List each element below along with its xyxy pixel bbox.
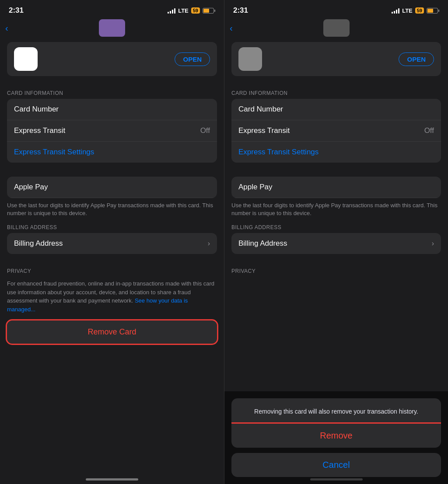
app-card-left: OPEN: [7, 42, 217, 76]
battery-icon-left: [203, 8, 215, 14]
modal-message-right: Removing this card will also remove your…: [231, 398, 441, 424]
card-info-section-label-right: CARD INFORMATION: [224, 83, 448, 99]
battery-badge-left: 59: [191, 7, 200, 14]
apple-pay-group-left: Apple Pay: [7, 177, 217, 198]
apple-pay-label-right: Apple Pay: [238, 183, 273, 191]
express-transit-value-right: Off: [424, 126, 434, 135]
billing-section-label-left: BILLING ADDRESS: [0, 217, 224, 233]
battery-badge-right: 59: [415, 7, 424, 14]
right-screen: 2:31 LTE 59 ‹ OPEN CARD I: [224, 0, 448, 484]
home-indicator-left: [86, 478, 138, 481]
card-number-label-right: Card Number: [238, 105, 283, 114]
back-button-right[interactable]: ‹: [230, 23, 233, 33]
express-transit-value-left: Off: [200, 126, 210, 135]
app-icon-left: [14, 47, 38, 71]
billing-chevron-right: ›: [432, 240, 434, 247]
billing-section-label-right: BILLING ADDRESS: [224, 217, 448, 233]
status-bar-right: 2:31 LTE 59: [224, 0, 448, 19]
billing-row-left[interactable]: Billing Address ›: [7, 233, 217, 254]
billing-row-right[interactable]: Billing Address ›: [231, 233, 441, 254]
express-transit-settings-label-left: Express Transit Settings: [14, 148, 94, 157]
apple-pay-row-right: Apple Pay: [231, 177, 441, 198]
modal-remove-label-right: Remove: [320, 431, 352, 440]
back-button-left[interactable]: ‹: [5, 23, 8, 33]
apple-pay-desc-left: Use the last four digits to identify App…: [0, 202, 224, 217]
express-transit-settings-row-right[interactable]: Express Transit Settings: [231, 142, 441, 163]
time-left: 2:31: [9, 6, 24, 15]
privacy-section-label-right: PRIVACY: [224, 261, 448, 277]
status-right-right: LTE 59: [392, 7, 439, 14]
app-icon-right: [238, 47, 262, 71]
modal-cancel-label-right: Cancel: [322, 460, 350, 470]
card-info-group-left: Card Number Express Transit Off Express …: [7, 99, 217, 163]
express-transit-label-right: Express Transit: [238, 126, 290, 135]
apple-pay-row-left: Apple Pay: [7, 177, 217, 198]
open-button-right[interactable]: OPEN: [399, 52, 434, 66]
modal-overlay-right: Removing this card will also remove your…: [224, 391, 448, 484]
billing-chevron-left: ›: [208, 240, 210, 247]
app-logo-right: [323, 19, 350, 37]
signal-icon-left: [168, 7, 175, 14]
modal-card-right: Removing this card will also remove your…: [231, 398, 441, 448]
billing-label-left: Billing Address: [14, 239, 63, 248]
battery-icon-right: [427, 8, 439, 14]
card-number-row-left[interactable]: Card Number: [7, 99, 217, 120]
card-number-row-right[interactable]: Card Number: [231, 99, 441, 120]
card-number-label-left: Card Number: [14, 105, 59, 114]
nav-bar-right: ‹: [224, 19, 448, 38]
remove-card-button-left[interactable]: Remove Card: [7, 320, 217, 344]
privacy-text-left: For enhanced fraud prevention, online an…: [0, 277, 224, 320]
modal-remove-button-right[interactable]: Remove: [231, 424, 441, 448]
express-transit-settings-row-left[interactable]: Express Transit Settings: [7, 142, 217, 163]
app-card-right: OPEN: [231, 42, 441, 76]
lte-label-right: LTE: [402, 7, 413, 14]
apple-pay-label-left: Apple Pay: [14, 183, 48, 191]
express-transit-label-left: Express Transit: [14, 126, 65, 135]
nav-bar-left: ‹: [0, 19, 224, 38]
lte-label-left: LTE: [178, 7, 189, 14]
privacy-section-label-left: PRIVACY: [0, 261, 224, 277]
express-transit-settings-label-right: Express Transit Settings: [238, 148, 318, 157]
signal-icon-right: [392, 7, 399, 14]
remove-card-label-left: Remove Card: [88, 327, 136, 336]
apple-pay-group-right: Apple Pay: [231, 177, 441, 198]
card-info-group-right: Card Number Express Transit Off Express …: [231, 99, 441, 163]
express-transit-row-right[interactable]: Express Transit Off: [231, 120, 441, 142]
left-screen: 2:31 LTE 59 ‹ OPEN CARD I: [0, 0, 224, 484]
card-info-section-label-left: CARD INFORMATION: [0, 83, 224, 99]
time-right: 2:31: [233, 6, 248, 15]
express-transit-row-left[interactable]: Express Transit Off: [7, 120, 217, 142]
billing-label-right: Billing Address: [238, 239, 287, 248]
modal-cancel-button-right[interactable]: Cancel: [231, 453, 441, 477]
apple-pay-desc-right: Use the last four digits to identify App…: [224, 202, 448, 217]
open-button-left[interactable]: OPEN: [175, 52, 210, 66]
status-right-left: LTE 59: [168, 7, 215, 14]
app-logo-left: [99, 19, 125, 37]
status-bar-left: 2:31 LTE 59: [0, 0, 224, 19]
